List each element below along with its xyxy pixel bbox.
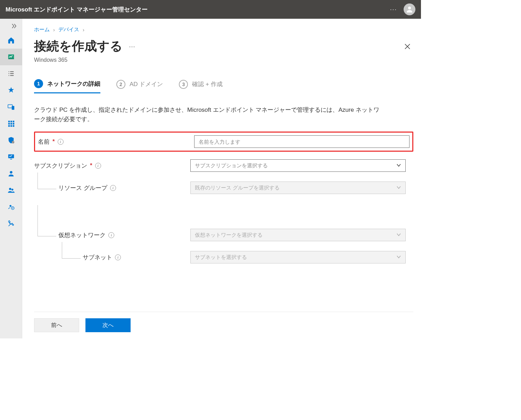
list-icon	[7, 70, 15, 77]
step-label: AD ドメイン	[130, 80, 163, 88]
chevron-right-icon: ›	[53, 27, 55, 33]
label-resource-group: リソース グループ	[58, 184, 107, 192]
nav-devices[interactable]	[0, 99, 22, 115]
svg-rect-12	[10, 125, 12, 127]
row-subscription: サブスクリプション * i サブスクリプションを選択する	[34, 157, 413, 175]
tree-connector	[62, 242, 81, 259]
person-icon	[405, 5, 414, 14]
svg-rect-13	[13, 125, 14, 127]
select-placeholder: サブネットを選択する	[195, 254, 247, 261]
star-icon	[7, 86, 15, 94]
svg-rect-4	[11, 106, 14, 110]
nav-dashboard[interactable]	[0, 49, 22, 65]
subnet-select: サブネットを選択する	[190, 251, 406, 263]
step-ad-domain[interactable]: 2 AD ドメイン	[116, 79, 163, 93]
nav-tenant[interactable]	[0, 199, 22, 215]
monitor-chart-icon	[7, 153, 15, 161]
info-icon[interactable]: i	[110, 185, 116, 191]
devices-icon	[7, 103, 15, 111]
label-vnet: 仮想ネットワーク	[58, 231, 106, 239]
label-name: 名前	[38, 138, 50, 146]
svg-rect-2	[8, 59, 14, 59]
svg-rect-1	[8, 54, 14, 59]
nav-home[interactable]	[0, 32, 22, 49]
svg-rect-6	[10, 121, 12, 123]
home-icon	[7, 36, 15, 44]
svg-rect-16	[10, 159, 12, 160]
page-more-icon[interactable]: ⋯	[129, 43, 135, 50]
select-placeholder: 既存のリソース グループを選択する	[195, 185, 280, 191]
svg-point-19	[11, 188, 13, 191]
close-button[interactable]	[402, 41, 413, 52]
step-label: ネットワークの詳細	[47, 80, 100, 88]
svg-point-17	[10, 171, 12, 174]
row-name: 名前 * i	[34, 132, 413, 152]
vnet-select: 仮想ネットワークを選択する	[190, 229, 406, 241]
required-marker: *	[52, 138, 55, 145]
close-icon	[404, 43, 411, 50]
shield-icon	[7, 136, 15, 144]
svg-rect-10	[13, 123, 14, 125]
nav-reports[interactable]	[0, 149, 22, 165]
info-icon[interactable]: i	[95, 163, 101, 169]
required-marker: *	[90, 162, 92, 169]
info-icon[interactable]: i	[115, 254, 121, 260]
name-input[interactable]	[194, 135, 410, 148]
gear-user-icon	[7, 203, 15, 211]
svg-point-18	[9, 188, 11, 190]
page-title: 接続を作成する	[34, 38, 123, 55]
users-icon	[7, 186, 15, 194]
nav-favorites[interactable]	[0, 82, 22, 99]
label-subscription: サブスクリプション	[34, 162, 87, 170]
row-vnet: 仮想ネットワーク i 仮想ネットワークを選択する	[58, 226, 413, 244]
breadcrumb-home[interactable]: ホーム	[34, 26, 50, 33]
breadcrumb: ホーム › デバイス ›	[34, 26, 413, 33]
select-placeholder: サブスクリプションを選択する	[195, 162, 268, 169]
nav-groups[interactable]	[0, 182, 22, 199]
row-resource-group: リソース グループ i 既存のリソース グループを選択する	[58, 179, 413, 197]
app-title: Microsoft エンドポイント マネージャー管理センター	[6, 6, 148, 14]
info-icon[interactable]: i	[58, 139, 64, 145]
wizard-steps: 1 ネットワークの詳細 2 AD ドメイン 3 確認 + 作成	[34, 79, 413, 93]
form: 名前 * i サブスクリプション * i サブスクリプションを選択する	[34, 132, 413, 266]
next-button[interactable]: 次へ	[85, 318, 131, 332]
page-subtitle: Windows 365	[34, 57, 413, 63]
left-nav	[0, 19, 22, 338]
nav-troubleshoot[interactable]	[0, 215, 22, 232]
step-label: 確認 + 作成	[192, 80, 222, 88]
svg-rect-7	[13, 121, 14, 123]
nav-security[interactable]	[0, 132, 22, 149]
step-network[interactable]: 1 ネットワークの詳細	[34, 79, 100, 93]
svg-rect-5	[8, 121, 10, 123]
row-subnet: サブネット i サブネットを選択する	[83, 248, 413, 266]
tree-connector	[38, 205, 56, 236]
more-icon[interactable]: ⋯	[390, 5, 397, 14]
step-number: 2	[116, 80, 125, 89]
svg-rect-9	[10, 123, 12, 125]
chevron-down-icon	[396, 163, 401, 169]
main-content: ホーム › デバイス › 接続を作成する ⋯ Windows 365 1 ネット…	[22, 19, 421, 338]
nav-users[interactable]	[0, 165, 22, 182]
subscription-select[interactable]: サブスクリプションを選択する	[190, 159, 406, 172]
svg-rect-8	[8, 123, 10, 125]
select-placeholder: 仮想ネットワークを選択する	[195, 232, 263, 238]
svg-point-22	[12, 208, 13, 209]
nav-expand-button[interactable]	[0, 20, 22, 32]
chevron-down-icon	[396, 254, 401, 260]
step-description: クラウド PC を作成し、指定されたドメインに参加させ、Microsoft エン…	[34, 105, 381, 124]
step-review[interactable]: 3 確認 + 作成	[179, 79, 222, 93]
svg-point-20	[9, 205, 11, 207]
step-number: 1	[34, 79, 43, 88]
wizard-footer: 前へ 次へ	[34, 312, 413, 338]
chevron-right-icon: ›	[83, 27, 84, 33]
prev-button[interactable]: 前へ	[34, 318, 79, 332]
nav-list[interactable]	[0, 65, 22, 82]
breadcrumb-devices[interactable]: デバイス	[58, 26, 79, 33]
chevron-down-icon	[396, 185, 401, 191]
nav-apps[interactable]	[0, 115, 22, 132]
top-bar: Microsoft エンドポイント マネージャー管理センター ⋯	[0, 0, 421, 19]
chevron-double-right-icon	[11, 24, 17, 28]
info-icon[interactable]: i	[108, 232, 114, 238]
svg-rect-3	[8, 105, 12, 108]
avatar[interactable]	[404, 3, 415, 15]
